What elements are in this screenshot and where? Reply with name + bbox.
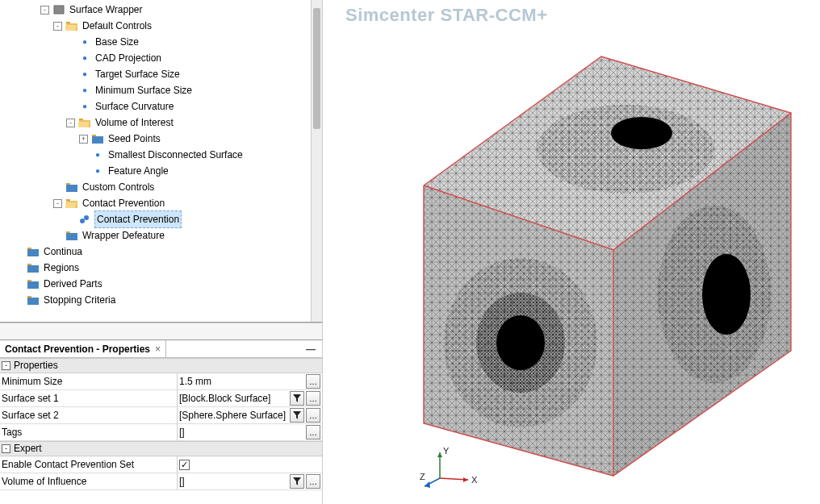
- filter-button[interactable]: [290, 408, 304, 423]
- more-button[interactable]: …: [306, 374, 320, 389]
- more-button[interactable]: …: [306, 425, 320, 439]
- simulation-tree[interactable]: -Surface Wrapper-Default Controls●Base S…: [0, 0, 311, 322]
- folder-closed-icon: [65, 181, 78, 194]
- toggle-spacer: [15, 248, 23, 256]
- prop-key: Surface set 2: [0, 407, 178, 423]
- toggle-spacer: [79, 151, 88, 160]
- folder-open-icon: [65, 19, 78, 32]
- prop-value[interactable]: 1.5 mm: [179, 376, 304, 387]
- tree-item-surface-curvature[interactable]: ●Surface Curvature: [2, 98, 311, 115]
- filter-button[interactable]: [290, 391, 304, 406]
- tree-label: Continua: [43, 244, 83, 260]
- tree-item-feature-angle[interactable]: ●Feature Angle: [2, 163, 311, 179]
- more-button[interactable]: …: [306, 408, 320, 423]
- cp-icon: [78, 213, 91, 226]
- tree-item-volume-of-interest[interactable]: -Volume of Interest: [2, 115, 311, 131]
- properties-table: - Properties Minimum Size 1.5 mm … Surfa…: [0, 358, 322, 504]
- tree-item-smallest-disconnected-surface[interactable]: ●Smallest Disconnected Surface: [2, 147, 311, 163]
- tree-item-minimum-surface-size[interactable]: ●Minimum Surface Size: [2, 82, 311, 98]
- folder-closed-icon: [27, 277, 40, 290]
- prop-row-minimum-size[interactable]: Minimum Size 1.5 mm …: [0, 373, 322, 390]
- tree-item-stopping-criteria[interactable]: Stopping Criteria: [2, 292, 311, 308]
- prop-row-tags[interactable]: Tags [] …: [0, 424, 322, 441]
- tree-item-target-surface-size[interactable]: ●Target Surface Size: [2, 66, 311, 82]
- enable-checkbox[interactable]: ✓: [179, 460, 190, 470]
- prop-row-enable-contact-prevention[interactable]: Enable Contact Prevention Set ✓: [0, 456, 322, 473]
- wrap-icon: [52, 3, 65, 16]
- panel-divider[interactable]: [0, 323, 322, 340]
- collapse-icon[interactable]: -: [53, 199, 62, 208]
- more-button[interactable]: …: [306, 391, 320, 406]
- tree-item-surface-wrapper[interactable]: -Surface Wrapper: [2, 2, 311, 18]
- prop-row-volume-of-influence[interactable]: Volume of Influence [] …: [0, 473, 322, 490]
- collapse-icon[interactable]: -: [40, 6, 49, 15]
- folder-closed-icon: [91, 132, 104, 145]
- folder-open-icon: [78, 116, 91, 129]
- 3d-viewport[interactable]: Simcenter STAR-CCM+: [323, 0, 820, 504]
- tree-label: Regions: [43, 260, 80, 276]
- tree-label: Stopping Criteria: [43, 292, 116, 308]
- toggle-spacer: [66, 38, 75, 47]
- toggle-spacer: [66, 215, 75, 224]
- folder-closed-icon: [27, 294, 40, 306]
- collapse-icon[interactable]: -: [66, 119, 75, 127]
- svg-marker-45: [425, 481, 430, 488]
- prop-key: Volume of Influence: [0, 473, 178, 489]
- svg-point-39: [702, 254, 751, 335]
- prop-value[interactable]: []: [179, 427, 304, 438]
- prop-key: Surface set 1: [0, 390, 178, 406]
- funnel-icon: [293, 394, 301, 402]
- filter-button[interactable]: [290, 474, 304, 489]
- svg-point-15: [80, 219, 85, 223]
- properties-group-label: Properties: [14, 358, 58, 373]
- svg-rect-26: [27, 298, 39, 305]
- tree-label: Base Size: [94, 34, 140, 50]
- tree-item-contact-prevention[interactable]: Contact Prevention: [2, 211, 311, 227]
- svg-rect-20: [27, 249, 39, 256]
- tree-item-default-controls[interactable]: -Default Controls: [2, 18, 311, 34]
- tree-item-wrapper-defeature[interactable]: Wrapper Defeature: [2, 227, 311, 244]
- tree-label: Default Controls: [82, 18, 153, 34]
- tree-item-contact-prevention[interactable]: -Contact Prevention: [2, 195, 311, 211]
- tree-item-derived-parts[interactable]: Derived Parts: [2, 276, 311, 292]
- bullet-icon: ●: [91, 148, 104, 161]
- tree-label: Feature Angle: [107, 163, 169, 179]
- tree-item-regions[interactable]: Regions: [2, 260, 311, 276]
- folder-closed-icon: [65, 229, 78, 242]
- svg-rect-11: [66, 185, 77, 192]
- prop-key: Enable Contact Prevention Set: [0, 456, 178, 473]
- svg-marker-43: [437, 452, 442, 457]
- tree-label: Contact Prevention: [94, 210, 182, 228]
- prop-row-surface-set-1[interactable]: Surface set 1 [Block.Block Surface] …: [0, 390, 322, 407]
- collapse-icon[interactable]: -: [53, 22, 62, 31]
- tree-item-base-size[interactable]: ●Base Size: [2, 34, 311, 50]
- minimize-properties-button[interactable]: ―: [299, 340, 322, 358]
- axis-triad: X Y Z: [420, 446, 484, 494]
- toggle-spacer: [15, 280, 23, 289]
- prop-value[interactable]: []: [179, 476, 288, 487]
- tree-scrollbar-thumb[interactable]: [313, 8, 320, 129]
- tree-item-continua[interactable]: Continua: [2, 244, 311, 260]
- tree-item-seed-points[interactable]: +Seed Points: [2, 131, 311, 147]
- tree-label: Derived Parts: [43, 276, 103, 292]
- prop-value[interactable]: [Block.Block Surface]: [179, 393, 288, 404]
- close-properties-icon[interactable]: ×: [155, 340, 161, 358]
- expand-icon[interactable]: +: [79, 135, 88, 144]
- bullet-icon: ●: [78, 100, 91, 113]
- prop-row-surface-set-2[interactable]: Surface set 2 [Sphere.Sphere Surface] …: [0, 407, 322, 424]
- toggle-spacer: [66, 70, 75, 79]
- bullet-icon: ●: [78, 68, 91, 81]
- properties-group-expert[interactable]: - Expert: [0, 441, 322, 456]
- collapse-icon[interactable]: -: [2, 361, 10, 370]
- collapse-icon[interactable]: -: [2, 444, 10, 453]
- prop-value[interactable]: [Sphere.Sphere Surface]: [179, 410, 288, 421]
- tree-label: Wrapper Defeature: [82, 227, 165, 244]
- funnel-icon: [293, 477, 301, 485]
- more-button[interactable]: …: [306, 474, 320, 489]
- tree-item-cad-projection[interactable]: ●CAD Projection: [2, 50, 311, 66]
- properties-title-tab[interactable]: Contact Prevention - Properties ×: [0, 340, 166, 357]
- tree-item-custom-controls[interactable]: Custom Controls: [2, 179, 311, 195]
- tree-scrollbar[interactable]: [311, 0, 322, 322]
- properties-group-properties[interactable]: - Properties: [0, 358, 322, 373]
- folder-closed-icon: [27, 245, 40, 258]
